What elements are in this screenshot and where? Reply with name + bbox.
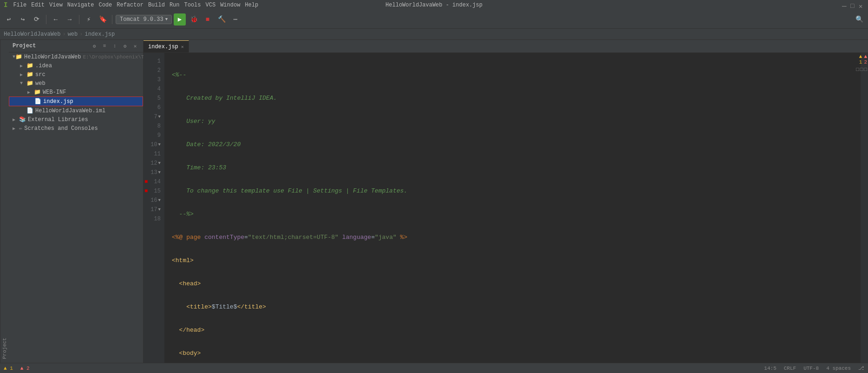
code-content[interactable]: <%-- Created by IntelliJ IDEA. User: yy … xyxy=(164,53,861,363)
project-sidebar: Project ⚙ ≡ ↕ ⚙ ✕ ▼ 📁 HelloWorldJavaWeb … xyxy=(9,40,144,363)
tree-item-web[interactable]: ▼ 📁 web xyxy=(9,79,143,88)
editor-area: index.jsp ✕ 1 2 3 4 5 6 7 ▼ 8 9 10 ▼ 11 … xyxy=(144,40,868,363)
code-editor[interactable]: 1 2 3 4 5 6 7 ▼ 8 9 10 ▼ 11 12 ▼ 13 ▼ 14… xyxy=(144,53,868,363)
back-button[interactable]: ← xyxy=(50,13,62,26)
sidebar-expand-button[interactable]: ≡ xyxy=(100,42,109,50)
line-numbers: 1 2 3 4 5 6 7 ▼ 8 9 10 ▼ 11 12 ▼ 13 ▼ 14… xyxy=(144,53,164,363)
minimize-icon[interactable]: — xyxy=(842,2,848,8)
line-num-4: 4 xyxy=(144,84,164,94)
tree-label-webinf: WEB-INF xyxy=(43,89,66,96)
tree-item-project[interactable]: ▼ 📁 HelloWorldJavaWeb E:\Dropbox\phoenix… xyxy=(9,52,143,61)
bookmark-button[interactable]: 🔖 xyxy=(97,13,109,26)
tree-item-iml[interactable]: 📄 HelloWorldJavaWeb.iml xyxy=(9,106,143,115)
toolbar-sep-2 xyxy=(79,15,79,24)
window-controls: — □ ✕ xyxy=(842,2,864,8)
undo-button[interactable]: ↩ xyxy=(3,13,15,26)
line-num-9: 9 xyxy=(144,131,164,140)
menu-bar: File Edit View Navigate Code Refactor Bu… xyxy=(13,2,258,8)
sync-button[interactable]: ⟳ xyxy=(31,13,43,26)
tree-item-src[interactable]: ▶ 📁 src xyxy=(9,70,143,79)
status-warnings[interactable]: ▲ 1 xyxy=(4,366,13,371)
status-encoding[interactable]: UTF-8 xyxy=(803,366,819,371)
sidebar-sort-button[interactable]: ↕ xyxy=(111,42,119,50)
line-num-7: 7 ▼ xyxy=(144,112,164,122)
tree-item-scratches[interactable]: ▶ ✏ Scratches and Consoles xyxy=(9,124,143,133)
tree-label-web: web xyxy=(35,80,46,87)
menu-tools[interactable]: Tools xyxy=(184,2,201,8)
status-indent[interactable]: 4 spaces xyxy=(826,366,851,371)
menu-view[interactable]: View xyxy=(49,2,63,8)
web-folder-icon: 📁 xyxy=(26,80,33,87)
tree-item-webinf[interactable]: ▶ 📁 WEB-INF xyxy=(9,88,143,96)
more-button[interactable]: ⋯ xyxy=(229,13,241,26)
code-line-1: <%-- xyxy=(172,71,861,80)
breadcrumb: HelloWorldJavaWeb › web › index.jsp xyxy=(0,29,868,40)
maximize-icon[interactable]: □ xyxy=(850,2,856,8)
tree-item-idea[interactable]: ▶ 📁 .idea xyxy=(9,61,143,70)
forward-button[interactable]: → xyxy=(64,13,76,26)
stop-button[interactable]: ■ xyxy=(202,13,214,26)
sidebar-close-button[interactable]: ✕ xyxy=(131,42,139,50)
menu-file[interactable]: File xyxy=(13,2,26,8)
line-num-6: 6 xyxy=(144,103,164,112)
status-errors[interactable]: ▲ 2 xyxy=(20,366,30,371)
navigate-button[interactable]: ⚡ xyxy=(83,13,95,26)
menu-navigate[interactable]: Navigate xyxy=(67,2,94,8)
menu-vcs[interactable]: VCS xyxy=(206,2,216,8)
status-crlf[interactable]: CRLF xyxy=(784,366,796,371)
toolbar: ↩ ↪ ⟳ ← → ⚡ 🔖 Tomcat 9.0.33 ▼ ▶ 🐞 ■ 🔨 ⋯ … xyxy=(0,10,868,29)
editor-tab-indexjsp[interactable]: index.jsp ✕ xyxy=(144,40,189,52)
run-config-selector[interactable]: Tomcat 9.0.33 ▼ xyxy=(116,15,172,24)
code-line-7: --%> xyxy=(172,210,861,219)
sidebar-title: Project xyxy=(13,43,87,49)
build-button[interactable]: 🔨 xyxy=(215,13,228,26)
code-line-4: Date: 2022/3/20 xyxy=(172,140,861,149)
title-bar: I File Edit View Navigate Code Refactor … xyxy=(0,0,868,10)
tree-arrow-scratches: ▶ xyxy=(13,126,19,131)
debug-button[interactable]: 🐞 xyxy=(188,13,200,26)
line-num-12: 12 ▼ xyxy=(144,159,164,168)
status-bar: ▲ 1 ▲ 2 14:5 CRLF UTF-8 4 spaces ⎇ xyxy=(0,363,868,373)
menu-code[interactable]: Code xyxy=(98,2,112,8)
line-num-15: 15 xyxy=(144,186,164,196)
line-num-17: 17 ▼ xyxy=(144,205,164,214)
tree-item-indexjsp[interactable]: 📄 index.jsp xyxy=(9,96,143,106)
redo-button[interactable]: ↪ xyxy=(17,13,29,26)
close-icon[interactable]: ✕ xyxy=(859,2,864,8)
sidebar-gear-button[interactable]: ⚙ xyxy=(121,42,129,50)
tree-arrow-idea: ▶ xyxy=(20,63,26,69)
code-line-2: Created by IntelliJ IDEA. xyxy=(172,94,861,103)
run-button[interactable]: ▶ xyxy=(174,13,186,26)
tab-close-indexjsp[interactable]: ✕ xyxy=(181,44,184,50)
menu-help[interactable]: Help xyxy=(245,2,258,8)
project-tab[interactable]: Project xyxy=(0,40,9,363)
line-num-8: 8 xyxy=(144,122,164,131)
title-bar-left: I File Edit View Navigate Code Refactor … xyxy=(4,1,258,9)
menu-run[interactable]: Run xyxy=(170,2,180,8)
breadcrumb-web[interactable]: web xyxy=(68,31,78,38)
search-everywhere-button[interactable]: 🔍 xyxy=(853,13,865,26)
gutter-icon-1: □ xyxy=(856,67,859,72)
line-num-14: 14 xyxy=(144,177,164,186)
menu-edit[interactable]: Edit xyxy=(31,2,45,8)
code-line-6: To change this template use File | Setti… xyxy=(172,186,861,196)
tree-label-indexjsp: index.jsp xyxy=(43,98,73,105)
line-num-16: 16 ▼ xyxy=(144,196,164,205)
breadcrumb-file[interactable]: index.jsp xyxy=(85,31,115,38)
line-num-18: 18 xyxy=(144,214,164,224)
menu-window[interactable]: Window xyxy=(220,2,240,8)
menu-build[interactable]: Build xyxy=(148,2,165,8)
breadcrumb-project[interactable]: HelloWorldJavaWeb xyxy=(4,31,60,38)
menu-refactor[interactable]: Refactor xyxy=(117,2,144,8)
code-line-5: Time: 23:53 xyxy=(172,163,861,173)
code-line-10: <head> xyxy=(172,279,861,289)
right-gutter: ▲ 1 ▲ 2 □ □ □ xyxy=(861,53,868,363)
tree-label-scratches: Scratches and Consoles xyxy=(24,125,98,132)
toolbar-sep-1 xyxy=(46,15,46,24)
tab-label-indexjsp: index.jsp xyxy=(148,44,178,50)
sidebar-settings-button[interactable]: ⚙ xyxy=(90,42,98,50)
code-line-3: User: yy xyxy=(172,117,861,126)
project-icon: 📁 xyxy=(15,53,22,60)
tree-item-extlibs[interactable]: ▶ 📚 External Libraries xyxy=(9,115,143,124)
tree-label-iml: HelloWorldJavaWeb.iml xyxy=(35,108,105,114)
